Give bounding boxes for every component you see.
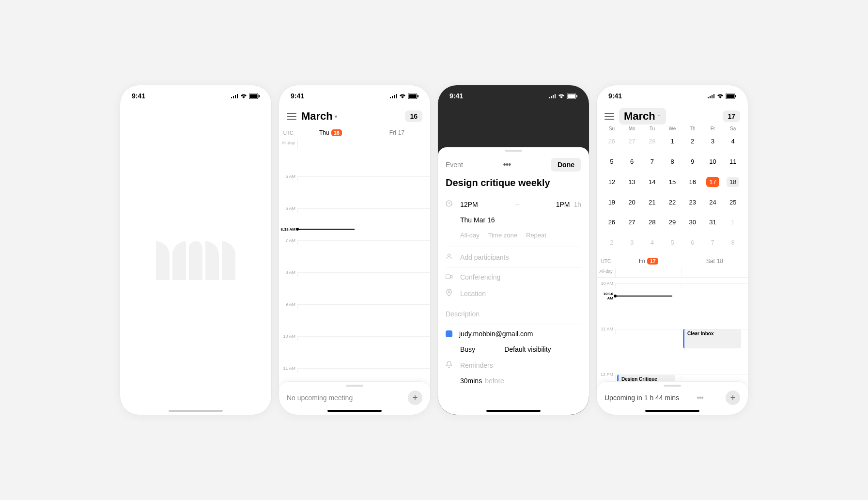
month-selector[interactable]: March ▾ bbox=[301, 110, 337, 123]
calendar-day[interactable]: 20 bbox=[622, 192, 642, 212]
calendar-day[interactable]: 21 bbox=[642, 192, 662, 212]
calendar-day[interactable]: 23 bbox=[682, 192, 703, 212]
today-chip[interactable]: 16 bbox=[405, 110, 422, 122]
calendar-day[interactable]: 4 bbox=[723, 131, 743, 152]
allday-label: All-day bbox=[597, 268, 615, 277]
calendar-row[interactable]: judy.mobbin@gmail.com bbox=[446, 326, 581, 342]
day-column-thu[interactable]: Thu 16 bbox=[297, 126, 364, 140]
calendar-day[interactable]: 28 bbox=[642, 131, 662, 152]
calendar-day[interactable]: 28 bbox=[642, 212, 662, 233]
calendar-day[interactable]: 14 bbox=[642, 172, 662, 192]
svg-rect-5 bbox=[418, 95, 418, 97]
status-time: 9:41 bbox=[291, 92, 304, 100]
calendar-day[interactable]: 27 bbox=[622, 212, 642, 233]
hour-row: 10 AM bbox=[597, 283, 748, 288]
battery-icon bbox=[408, 94, 418, 99]
home-indicator[interactable] bbox=[486, 410, 541, 412]
calendar-day[interactable]: 5 bbox=[662, 233, 682, 253]
status-time: 9:41 bbox=[450, 92, 463, 100]
menu-icon[interactable] bbox=[604, 113, 614, 120]
drag-handle-icon[interactable] bbox=[346, 385, 363, 387]
timeline[interactable]: 5 AM6 AM7 AM8 AM9 AM10 AM11 AM6:38 AM bbox=[279, 149, 430, 415]
home-indicator[interactable] bbox=[645, 410, 699, 412]
more-icon[interactable]: ••• bbox=[697, 393, 703, 402]
calendar-day[interactable]: 6 bbox=[682, 233, 703, 253]
calendar-day[interactable]: 25 bbox=[723, 192, 743, 212]
month-selector[interactable]: March ⌃ bbox=[619, 108, 666, 125]
calendar-day[interactable]: 15 bbox=[662, 172, 682, 192]
calendar-day[interactable]: 12 bbox=[602, 172, 622, 192]
reminder-time-row[interactable]: 30mins before bbox=[446, 373, 581, 389]
calendar-day[interactable]: 5 bbox=[602, 152, 622, 172]
event-block[interactable]: Clear Inbox bbox=[683, 329, 741, 348]
calendar-day[interactable]: 17 bbox=[703, 172, 723, 192]
wifi-icon bbox=[717, 94, 724, 98]
done-button[interactable]: Done bbox=[551, 158, 581, 172]
day-header: UTC Thu 16 Fri 17 bbox=[279, 126, 430, 140]
calendar-day[interactable]: 7 bbox=[703, 233, 723, 253]
calendar-day[interactable]: 3 bbox=[703, 131, 723, 152]
description-row[interactable]: Description bbox=[446, 306, 581, 322]
today-chip[interactable]: 17 bbox=[723, 110, 740, 122]
hour-label: 8 AM bbox=[279, 270, 297, 275]
time-row[interactable]: 12PM → 1PM 1h bbox=[446, 196, 581, 212]
event-title-input[interactable]: Design critique weekly bbox=[446, 177, 581, 188]
drag-handle-icon[interactable] bbox=[505, 150, 522, 152]
hour-row: 5 AM bbox=[279, 176, 430, 181]
calendar-day[interactable]: 18 bbox=[723, 172, 743, 192]
add-button[interactable]: + bbox=[408, 391, 422, 405]
app-logo bbox=[155, 236, 236, 285]
drag-handle-icon[interactable] bbox=[664, 385, 681, 387]
calendar-day[interactable]: 3 bbox=[622, 233, 642, 253]
calendar-day[interactable]: 4 bbox=[642, 233, 662, 253]
calendar-day[interactable]: 8 bbox=[662, 152, 682, 172]
calendar-day[interactable]: 7 bbox=[642, 152, 662, 172]
start-time[interactable]: 12PM bbox=[460, 201, 478, 208]
date-row[interactable]: Thu Mar 16 bbox=[446, 212, 581, 228]
calendar-day[interactable]: 2 bbox=[682, 131, 703, 152]
calendar-day[interactable]: 31 bbox=[703, 212, 723, 233]
reminders-row[interactable]: Reminders bbox=[446, 357, 581, 373]
chevron-down-icon: ▾ bbox=[335, 114, 337, 119]
allday-option[interactable]: All-day bbox=[460, 232, 480, 239]
location-row[interactable]: Location bbox=[446, 285, 581, 302]
calendar-day[interactable]: 6 bbox=[622, 152, 642, 172]
calendar-day[interactable]: 27 bbox=[622, 131, 642, 152]
calendar-day[interactable]: 24 bbox=[703, 192, 723, 212]
month-grid: 2627281234567891011121314151617181920212… bbox=[597, 131, 748, 252]
calendar-day[interactable]: 26 bbox=[602, 212, 622, 233]
upcoming-text: Upcoming in 1 h 44 mins bbox=[604, 394, 679, 402]
home-indicator[interactable] bbox=[327, 410, 382, 412]
participants-row[interactable]: Add participants bbox=[446, 249, 581, 265]
calendar-day[interactable]: 8 bbox=[723, 233, 743, 253]
calendar-day[interactable]: 13 bbox=[622, 172, 642, 192]
allday-row: All-day bbox=[597, 268, 748, 278]
busy-status[interactable]: Busy bbox=[460, 345, 475, 353]
day-column-sat[interactable]: Sat 18 bbox=[682, 254, 748, 268]
calendar-day[interactable]: 22 bbox=[662, 192, 682, 212]
calendar-day[interactable]: 2 bbox=[602, 233, 622, 253]
calendar-day[interactable]: 30 bbox=[682, 212, 703, 233]
timezone-option[interactable]: Time zone bbox=[488, 232, 517, 239]
hour-label: 9 AM bbox=[279, 302, 297, 307]
more-icon[interactable]: ••• bbox=[503, 160, 511, 170]
day-column-fri[interactable]: Fri 17 bbox=[364, 126, 430, 140]
arrow-right-icon: → bbox=[482, 201, 552, 208]
calendar-day[interactable]: 11 bbox=[723, 152, 743, 172]
calendar-day[interactable]: 19 bbox=[602, 192, 622, 212]
menu-icon[interactable] bbox=[287, 113, 296, 120]
calendar-day[interactable]: 26 bbox=[602, 131, 622, 152]
day-column-fri[interactable]: Fri 17 bbox=[615, 254, 682, 268]
home-indicator[interactable] bbox=[169, 410, 223, 412]
calendar-day[interactable]: 9 bbox=[682, 152, 703, 172]
add-button[interactable]: + bbox=[726, 391, 740, 405]
calendar-day[interactable]: 1 bbox=[662, 131, 682, 152]
visibility-status[interactable]: Default visibility bbox=[504, 345, 551, 353]
calendar-day[interactable]: 1 bbox=[723, 212, 743, 233]
end-time[interactable]: 1PM bbox=[556, 201, 570, 208]
calendar-day[interactable]: 16 bbox=[682, 172, 703, 192]
repeat-option[interactable]: Repeat bbox=[526, 232, 546, 239]
calendar-day[interactable]: 29 bbox=[662, 212, 682, 233]
conferencing-row[interactable]: Conferencing bbox=[446, 269, 581, 285]
calendar-day[interactable]: 10 bbox=[703, 152, 723, 172]
